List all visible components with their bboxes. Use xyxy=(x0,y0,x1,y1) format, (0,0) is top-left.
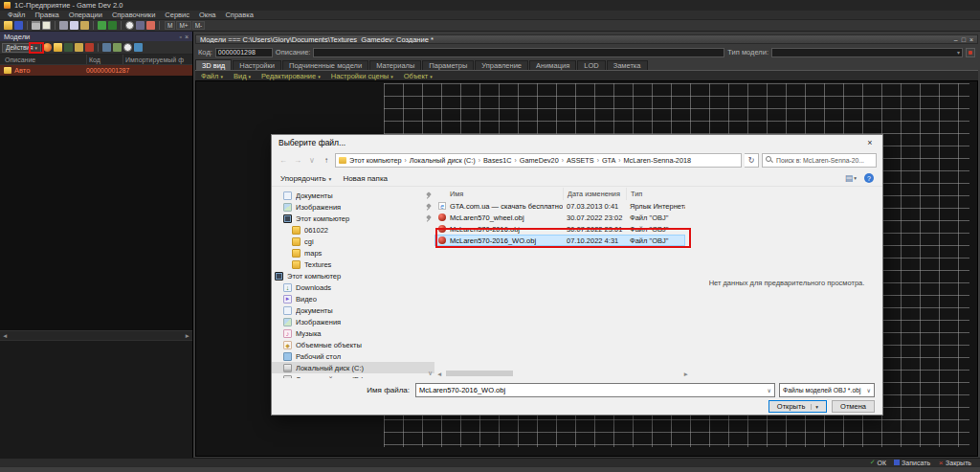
copy-icon[interactable] xyxy=(70,21,78,30)
code-input[interactable] xyxy=(215,48,273,57)
menu-item[interactable]: Операции xyxy=(64,11,107,19)
breadcrumb-segment[interactable]: Локальный диск (C:) xyxy=(410,156,483,165)
toolbar-separator[interactable] xyxy=(93,21,94,30)
forward-icon[interactable] xyxy=(292,154,303,167)
breadcrumb-segment[interactable]: Этот компьютер xyxy=(349,156,410,165)
menu-item[interactable]: Окна xyxy=(194,11,220,19)
import-model-icon[interactable] xyxy=(43,43,52,52)
column-name[interactable]: Имя xyxy=(434,190,563,198)
toolbar-separator[interactable] xyxy=(121,21,122,30)
sidebar-item-disk-c[interactable]: Локальный диск (C:) xyxy=(272,362,434,373)
new-folder-button[interactable]: Новая папка xyxy=(343,174,388,183)
document-tab[interactable]: Управление xyxy=(475,60,528,70)
column-type[interactable]: Тип xyxy=(626,188,685,200)
sidebar-item-this-pc-quick[interactable]: Этот компьютер xyxy=(272,213,434,224)
filename-input[interactable] xyxy=(419,386,768,394)
sidebar-item-desktop[interactable]: Рабочий стол xyxy=(272,350,434,362)
viewport-menu-item[interactable]: Объект xyxy=(404,72,433,80)
viewport-menu-item[interactable]: Настройки сцены xyxy=(331,72,393,80)
close-button[interactable]: Закрыть xyxy=(938,460,971,466)
sidebar-item-music[interactable]: Музыка xyxy=(272,327,434,339)
file-row[interactable]: McLaren570-2016_WO.obj 07.10.2022 4:31 Ф… xyxy=(434,235,685,246)
open-button[interactable]: Открыть xyxy=(768,400,827,413)
search-icon[interactable] xyxy=(123,43,132,52)
back-icon[interactable] xyxy=(278,154,289,167)
scroll-left-icon[interactable] xyxy=(436,371,442,377)
add-item-icon[interactable] xyxy=(64,43,73,52)
document-tab[interactable]: Настройки xyxy=(233,60,281,70)
toolbar-separator[interactable] xyxy=(27,21,28,30)
ok-button[interactable]: ОК xyxy=(870,460,887,466)
find-icon[interactable] xyxy=(125,21,134,30)
sidebar-item-this-pc[interactable]: Этот компьютер xyxy=(272,270,434,281)
search-box[interactable] xyxy=(762,153,877,168)
viewport-menu-item[interactable]: Вид xyxy=(234,72,251,80)
column-description[interactable]: Описание xyxy=(0,56,86,63)
scroll-thumb[interactable] xyxy=(446,371,513,376)
close-icon[interactable] xyxy=(969,36,973,43)
sidebar-item-videos[interactable]: Видео xyxy=(272,293,434,304)
filename-combo[interactable]: ∨ xyxy=(415,383,775,397)
add-folder-icon[interactable] xyxy=(54,43,62,52)
hierarchy-icon[interactable] xyxy=(102,43,111,52)
file-row[interactable]: GTA.com.ua — скачать бесплатно луч... 07… xyxy=(434,200,685,212)
sidebar-item-downloads[interactable]: Downloads xyxy=(272,281,434,293)
menu-item[interactable]: Сервис xyxy=(160,11,194,19)
menu-item[interactable]: Файл xyxy=(3,11,30,19)
delete-icon[interactable] xyxy=(85,43,94,52)
toolbar-separator[interactable] xyxy=(98,43,99,52)
breadcrumb-segment[interactable]: GTA xyxy=(602,156,624,165)
file-row[interactable]: McLaren570-2016.obj 30.07.2022 23:01 Фай… xyxy=(434,223,685,235)
breadcrumb-segment[interactable]: Bases1C xyxy=(483,156,520,165)
sidebar-item-061022[interactable]: 061022 xyxy=(272,224,434,236)
menu-item[interactable]: Правка xyxy=(30,11,63,19)
redo-icon[interactable] xyxy=(108,21,117,30)
document-tab[interactable]: Подчиненные модели xyxy=(282,60,368,70)
document-tab[interactable]: Анимация xyxy=(529,60,576,70)
column-imported-file[interactable]: Импортируемый ф xyxy=(122,55,192,64)
refresh-icon[interactable] xyxy=(134,43,143,52)
view-mode-icon[interactable] xyxy=(845,173,857,183)
panel-close-icon[interactable] xyxy=(185,34,189,40)
sidebar-scroll-down-icon[interactable] xyxy=(428,370,433,377)
sidebar-item-pictures[interactable]: Изображения xyxy=(272,316,434,327)
edit-icon[interactable] xyxy=(75,43,83,52)
sidebar-item-pictures-quick[interactable]: Изображения xyxy=(272,201,434,213)
refresh-icon[interactable] xyxy=(745,153,759,168)
document-tab[interactable]: Параметры xyxy=(422,60,474,70)
models-tree-row[interactable]: Авто 000000001287 xyxy=(0,65,192,76)
document-tab[interactable]: 3D вид xyxy=(195,59,232,70)
viewport-menu-item[interactable]: Редактирование xyxy=(261,72,321,80)
chevron-down-icon[interactable]: ∨ xyxy=(768,387,771,393)
actions-button[interactable]: Действия xyxy=(2,43,41,53)
help-icon[interactable] xyxy=(864,173,874,183)
search-input[interactable] xyxy=(776,157,873,164)
cancel-button[interactable]: Отмена xyxy=(832,400,875,413)
description-input[interactable] xyxy=(313,48,724,57)
memory-button[interactable]: M xyxy=(165,21,175,30)
up-icon[interactable] xyxy=(321,154,332,167)
cut-icon[interactable] xyxy=(59,21,68,30)
column-date-modified[interactable]: Дата изменения xyxy=(563,188,626,200)
panel-pin-icon[interactable] xyxy=(179,34,181,40)
open-split-icon[interactable] xyxy=(811,404,818,410)
print-icon[interactable] xyxy=(32,21,40,30)
print-preview-icon[interactable] xyxy=(42,21,51,30)
restore-icon[interactable] xyxy=(962,36,966,43)
toolbar-separator[interactable] xyxy=(55,21,56,30)
memory-button[interactable]: M- xyxy=(192,21,206,30)
sidebar-item-documents[interactable]: Документы xyxy=(272,304,434,316)
minimize-icon[interactable] xyxy=(954,36,958,43)
sidebar-item-textures[interactable]: Textures xyxy=(272,258,434,270)
calendar-icon[interactable] xyxy=(146,21,155,30)
breadcrumb-segment[interactable]: ASSETS xyxy=(567,156,602,165)
scroll-right-icon[interactable] xyxy=(683,371,689,377)
open-icon[interactable] xyxy=(4,21,12,30)
paste-icon[interactable] xyxy=(80,21,89,30)
document-tab[interactable]: LOD xyxy=(577,60,605,70)
address-bar[interactable]: Этот компьютерЛокальный диск (C:)Bases1C… xyxy=(335,153,742,168)
models-hscrollbar[interactable] xyxy=(0,330,192,340)
sidebar-item-documents-quick[interactable]: Документы xyxy=(272,190,434,201)
document-tab[interactable]: Материалы xyxy=(369,60,421,70)
breadcrumb-segment[interactable]: McLaren-Senna-2018 xyxy=(624,156,698,165)
